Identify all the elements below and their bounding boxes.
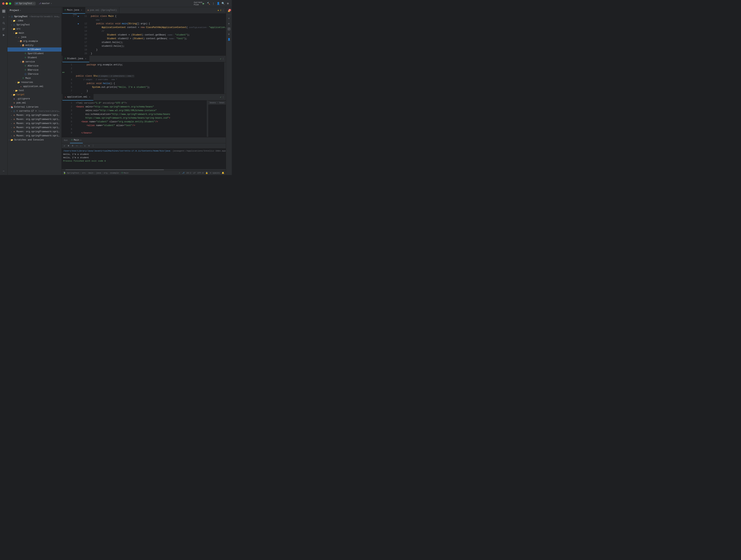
close-button[interactable] bbox=[2, 2, 4, 5]
terminal-tab-main[interactable]: © Main ✕ bbox=[70, 137, 83, 143]
tree-item-maven-beans[interactable]: ▸ m Maven: org.springframework:spring-be… bbox=[7, 117, 62, 122]
maximize-button[interactable] bbox=[9, 2, 11, 5]
run-debug-icon[interactable] bbox=[1, 32, 6, 38]
tree-item-gitignore[interactable]: ⊕ .gitignore bbox=[7, 97, 62, 101]
branch-selector[interactable]: ⎇ master ▾ bbox=[37, 2, 53, 5]
tree-item-main-class[interactable]: © Main bbox=[7, 76, 62, 80]
status-encoding[interactable]: UTF-8 bbox=[197, 172, 204, 174]
tree-item-iservice[interactable]: ⓘ IService bbox=[7, 72, 62, 76]
breadcrumb[interactable]: SpringTest › src › main › java › org › e… bbox=[67, 172, 128, 174]
settings-icon[interactable]: ⚙ bbox=[226, 2, 229, 5]
code-line: <alias name="student" alias="test"/> bbox=[74, 124, 207, 128]
tree-item-external-libraries[interactable]: ▾ 📚 External Libraries bbox=[7, 105, 62, 109]
tree-item-aservice[interactable]: © AService bbox=[7, 64, 62, 68]
project-view-icon[interactable] bbox=[1, 9, 6, 14]
tree-item-scratches[interactable]: ▸ 📂 Scratches and Consoles bbox=[7, 138, 62, 142]
bookmarks-icon[interactable]: ⊙ bbox=[1, 15, 6, 20]
tree-item-student[interactable]: © Student bbox=[7, 56, 62, 60]
settings-tool-icon[interactable]: ⚙ bbox=[227, 32, 231, 36]
code-line: student.hello(); bbox=[89, 41, 226, 44]
tree-item-maven-jcl[interactable]: ▸ m Maven: org.springframework:spring-jc… bbox=[7, 134, 62, 138]
status-notification-icon[interactable]: 🔔 bbox=[222, 172, 224, 174]
tree-item-entity[interactable]: ▾ 📦 entity bbox=[7, 43, 62, 48]
tree-item-bservice[interactable]: © BService bbox=[7, 68, 62, 72]
run-gutter-12[interactable]: ▶ bbox=[77, 22, 80, 25]
structure-icon[interactable]: ≡ bbox=[227, 16, 231, 21]
status-position[interactable]: 20:2 bbox=[186, 172, 191, 174]
stop-button[interactable]: ■ bbox=[67, 144, 70, 148]
bookmarks-tool-icon[interactable]: ⊕ bbox=[227, 21, 231, 26]
search-icon[interactable]: 🔍 bbox=[221, 2, 225, 5]
more-icon2[interactable]: ⋮ bbox=[222, 96, 224, 99]
settings-button[interactable]: ⚙ bbox=[87, 144, 91, 148]
code-area[interactable]: <?xml version="1.0" encoding="UTF-8"?> <… bbox=[74, 100, 207, 137]
tree-item-target[interactable]: ▸ 📂 target bbox=[7, 93, 62, 97]
scrollbar[interactable] bbox=[224, 62, 226, 94]
tree-item-artstudent[interactable]: © ArtStudent bbox=[7, 48, 62, 52]
tree-item-application-xml[interactable]: ✦ application.xml bbox=[7, 84, 62, 89]
tree-item-java[interactable]: ▾ ☕ java bbox=[7, 35, 62, 39]
tree-item-resources[interactable]: ▾ 📂 resources bbox=[7, 80, 62, 84]
tree-item-service[interactable]: ▾ 📦 service bbox=[7, 60, 62, 64]
tree-item-org-example[interactable]: ▾ 📦 org.example bbox=[7, 39, 62, 43]
svg-rect-0 bbox=[2, 10, 4, 11]
class-icon: © bbox=[24, 56, 27, 59]
editor-tool-icon[interactable] bbox=[227, 27, 231, 31]
scroll-end-button[interactable]: ↡ bbox=[83, 144, 87, 148]
tab-student-java[interactable]: © Student.java ✕ bbox=[62, 56, 89, 62]
tree-item-springtest-module[interactable]: ▸ ⬡ SpringTest bbox=[7, 23, 62, 27]
tab-close-main-java[interactable]: ✕ bbox=[80, 9, 83, 11]
class-icon: © bbox=[22, 77, 25, 80]
tree-item-corretto[interactable]: ▸ ⬡ < corretto-17 > /Users/eve/Library/J… bbox=[7, 109, 62, 113]
terminal-scrollbar[interactable] bbox=[62, 169, 226, 170]
profile-icon[interactable]: 👤 bbox=[227, 37, 231, 42]
pause-button[interactable]: ⏸ bbox=[71, 144, 74, 148]
tree-item-main[interactable]: ▾ 📂 main bbox=[7, 31, 62, 35]
account-icon[interactable]: 👤 bbox=[216, 2, 220, 5]
minimize-button[interactable] bbox=[6, 2, 8, 5]
tab-close-application-xml[interactable]: ✕ bbox=[88, 96, 91, 98]
gutter: ▶ ▶ bbox=[77, 14, 80, 56]
more-actions-icon[interactable]: ⋮ bbox=[212, 2, 215, 5]
tab-pom-xml[interactable]: m pom.xml (SpringTest) bbox=[85, 7, 119, 14]
run-gutter-11[interactable]: ▶ bbox=[77, 14, 80, 18]
terminal-tab-close[interactable]: ✕ bbox=[80, 139, 81, 141]
restart-button[interactable]: ↺ bbox=[62, 144, 66, 148]
current-file-selector[interactable]: Current File ▾ bbox=[197, 2, 200, 5]
tree-item-src[interactable]: ▾ 📂 src bbox=[7, 27, 62, 31]
tree-item-idea[interactable]: ▸ 📁 .idea bbox=[7, 19, 62, 23]
student-java-editor: ▶⚙ 1 2 3 4 bbox=[62, 62, 226, 94]
project-name[interactable]: ST SpringTest ▾ bbox=[14, 2, 36, 5]
tree-item-maven-aop[interactable]: ▸ m Maven: org.springframework:spring-ao… bbox=[7, 113, 62, 117]
status-indent[interactable]: 4 spaces bbox=[210, 172, 220, 174]
run-button[interactable]: ▶ bbox=[202, 2, 205, 5]
tab-close-student-java[interactable]: ✕ bbox=[84, 57, 87, 60]
build-icon[interactable]: 🔨 bbox=[207, 2, 210, 5]
code-area[interactable]: public class Main { new * public static … bbox=[89, 14, 226, 56]
tree-item-maven-context[interactable]: ▸ m Maven: org.springframework:spring-co… bbox=[7, 122, 62, 126]
run-gutter-3[interactable]: ▶⚙ bbox=[62, 70, 65, 74]
more-button[interactable]: ⋮ bbox=[91, 144, 95, 148]
code-area[interactable]: package org.example.entity; 8 usages 2 i… bbox=[74, 62, 224, 94]
tree-item-springtest-root[interactable]: ▾ ⬡ SpringTest ~/Desktop/CS/JavaEE/2 Jav… bbox=[7, 15, 62, 19]
scrollbar[interactable] bbox=[207, 100, 208, 137]
folder-icon: 📂 bbox=[10, 139, 13, 141]
tree-item-maven-expression[interactable]: ▸ m Maven: org.springframework:spring-ex… bbox=[7, 130, 62, 134]
step-over-button[interactable]: ⟶ bbox=[75, 144, 78, 148]
expand-arrow: ▸ bbox=[8, 139, 10, 141]
expand-icon[interactable]: ⋮ bbox=[222, 9, 224, 12]
bottom-icon-1[interactable]: ⋯ bbox=[1, 168, 6, 173]
more-icon[interactable]: ⋮ bbox=[222, 58, 224, 60]
status-line-ending[interactable]: LF bbox=[193, 172, 196, 174]
tree-item-maven-core[interactable]: ▸ m Maven: org.springframework:spring-co… bbox=[7, 126, 62, 130]
tree-item-sportstudent[interactable]: © SportStudent bbox=[7, 52, 62, 56]
tab-main-java[interactable]: © Main.java ✕ bbox=[62, 7, 85, 14]
application-xml-editor: 1 2 3 4 5 6 7 8 9 <?xml version="1.0" en… bbox=[62, 100, 208, 137]
git-icon[interactable] bbox=[1, 26, 6, 32]
tab-application-xml[interactable]: ✦ application.xml ✕ bbox=[62, 94, 93, 100]
step-into-button[interactable]: ↓ bbox=[79, 144, 83, 148]
find-icon[interactable] bbox=[1, 20, 6, 26]
tree-item-pom-xml[interactable]: m pom.xml bbox=[7, 101, 62, 105]
notifications-icon[interactable]: 🔔 1 bbox=[227, 9, 231, 13]
tree-item-test[interactable]: ▸ 📂 test bbox=[7, 89, 62, 93]
